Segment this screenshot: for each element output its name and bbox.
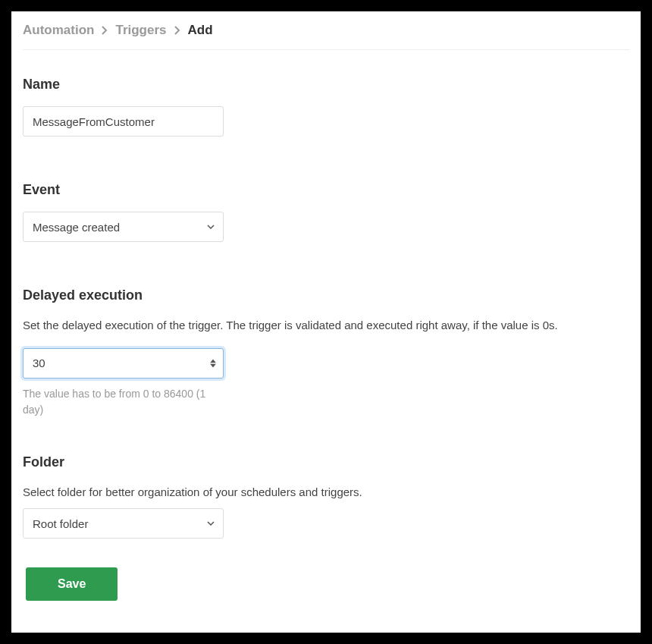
section-delayed: Delayed execution Set the delayed execut… (23, 287, 629, 418)
folder-select-wrapper: Root folder (23, 508, 224, 539)
chevron-right-icon (174, 26, 180, 35)
name-label: Name (23, 77, 629, 93)
breadcrumb: Automation Triggers Add (23, 23, 629, 50)
delayed-description: Set the delayed execution of the trigger… (23, 317, 629, 335)
delayed-label: Delayed execution (23, 287, 629, 303)
section-name: Name (23, 77, 629, 137)
chevron-right-icon (102, 26, 108, 35)
folder-select[interactable]: Root folder (23, 508, 224, 539)
folder-description: Select folder for better organization of… (23, 484, 629, 501)
save-button[interactable]: Save (26, 567, 118, 601)
folder-label: Folder (23, 454, 629, 470)
breadcrumb-item-current: Add (188, 23, 213, 38)
delayed-helper: The value has to be from 0 to 86400 (1 d… (23, 386, 224, 418)
page-container: Automation Triggers Add Name Event Messa… (11, 11, 641, 633)
event-label: Event (23, 182, 629, 198)
section-folder: Folder Select folder for better organiza… (23, 454, 629, 539)
name-input[interactable] (23, 106, 224, 137)
event-select-wrapper: Message created (23, 212, 224, 242)
delayed-input[interactable] (23, 348, 224, 379)
breadcrumb-item-triggers[interactable]: Triggers (115, 23, 166, 38)
event-select[interactable]: Message created (23, 212, 224, 242)
breadcrumb-item-automation[interactable]: Automation (23, 23, 94, 38)
section-event: Event Message created (23, 182, 629, 242)
delayed-input-wrapper (23, 348, 224, 379)
